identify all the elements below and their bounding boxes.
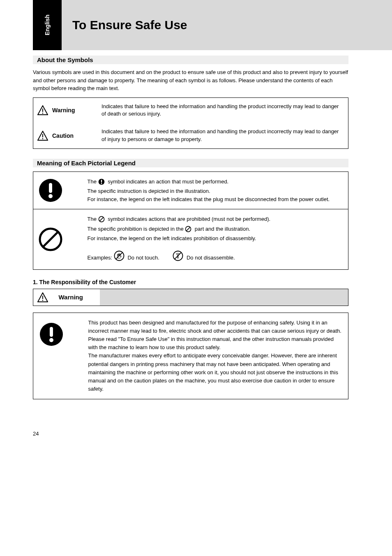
page-title: To Ensure Safe Use: [72, 18, 187, 32]
legend-instruction-text: The symbol indicates an action that must…: [83, 171, 348, 209]
section-title: About the Symbols: [33, 56, 348, 64]
legend-prohibition-text: The symbol indicates actions that are pr…: [83, 209, 348, 270]
mandatory-action-icon: [38, 178, 78, 203]
prohibition-small-icon: [98, 216, 105, 225]
subsection-title: 1. The Responsibility of the Customer: [33, 279, 348, 285]
svg-rect-24: [42, 300, 43, 301]
definition-caution-label: Caution: [52, 123, 97, 148]
svg-line-13: [44, 232, 58, 246]
intro-paragraph: Various symbols are used in this documen…: [33, 68, 348, 93]
svg-rect-4: [42, 134, 43, 137]
warning-triangle-icon: [37, 292, 51, 302]
svg-line-15: [99, 218, 103, 221]
svg-rect-23: [42, 296, 43, 299]
definition-warning-label: Warning: [52, 97, 97, 123]
svg-point-8: [48, 194, 53, 198]
warning-banner-label: Warning: [55, 289, 100, 306]
svg-point-27: [49, 338, 53, 342]
svg-line-21: [175, 253, 181, 259]
legends-table: The symbol indicates an action that must…: [33, 171, 348, 270]
definition-warning-text: Indicates that failure to heed the infor…: [97, 97, 348, 123]
page-number: 24: [0, 410, 392, 437]
svg-rect-2: [42, 113, 43, 114]
responsibility-para-2: Please read "To Ensure Safe Use" in this…: [88, 336, 334, 350]
warning-banner: Warning: [33, 289, 348, 306]
definition-warning-row: Warning Indicates that failure to heed t…: [33, 97, 348, 123]
legend-instruction-row: The symbol indicates an action that must…: [33, 171, 348, 209]
side-language-label: English: [44, 15, 51, 36]
responsibility-para-1: This product has been designed and manuf…: [88, 320, 341, 334]
responsibility-para-3: The manufacturer makes every effort to a…: [88, 352, 338, 392]
responsibility-text: This product has been designed and manuf…: [83, 313, 348, 399]
mandatory-small-icon: [98, 178, 105, 188]
caution-triangle-icon: [37, 131, 48, 141]
legend-prohibition-row: The symbol indicates actions that are pr…: [33, 209, 348, 270]
svg-point-11: [101, 183, 102, 184]
page-header: To Ensure Safe Use: [62, 0, 392, 50]
svg-rect-26: [50, 327, 53, 337]
svg-rect-10: [101, 180, 101, 183]
definition-caution-row: Caution Indicates that failure to heed t…: [33, 123, 348, 148]
warning-banner-spacer: [100, 289, 348, 306]
responsibility-table: This product has been designed and manuf…: [33, 313, 348, 399]
warning-triangle-icon: [37, 105, 48, 115]
mandatory-action-icon: [39, 322, 77, 347]
legends-title: Meaning of Each Pictorial Legend: [33, 159, 348, 167]
svg-rect-1: [42, 109, 43, 112]
definitions-table: Warning Indicates that failure to heed t…: [33, 97, 348, 149]
definition-caution-text: Indicates that failure to heed the infor…: [97, 123, 348, 148]
svg-rect-7: [49, 183, 52, 193]
side-language-tab: English: [33, 0, 62, 50]
prohibition-small-icon-2: [185, 226, 191, 235]
do-not-disassemble-icon: [173, 250, 183, 264]
svg-line-17: [187, 227, 190, 231]
prohibition-icon: [38, 227, 78, 252]
do-not-touch-icon: [114, 250, 125, 264]
svg-rect-5: [42, 138, 43, 139]
